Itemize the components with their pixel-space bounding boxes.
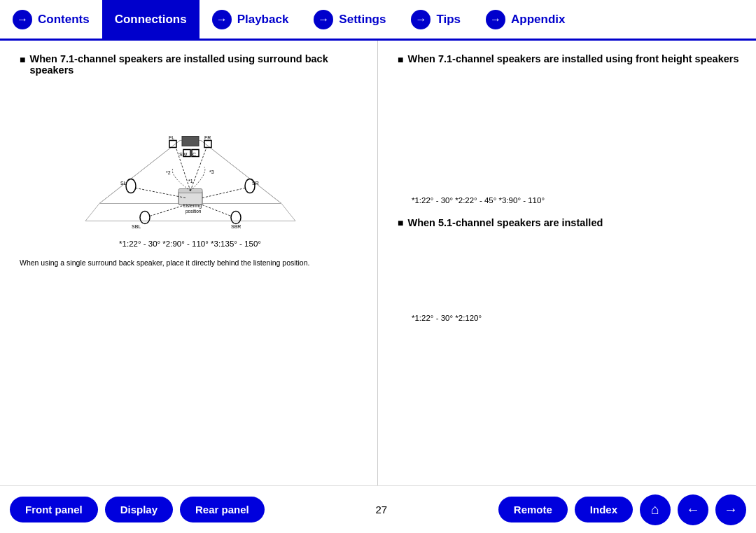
svg-line-32 [202,188,245,198]
svg-text:*1: *1 [188,179,193,184]
svg-text:SL: SL [120,181,127,186]
right-angle-note-1: *1:22° - 30° *2:22° - 45° *3:90° - 110° [398,196,739,205]
display-button[interactable]: Display [105,497,173,522]
svg-point-17 [126,179,136,193]
tips-arrow-icon: → [411,10,430,29]
right-panel: When 7.1-channel speakers are installed … [378,41,756,485]
svg-text:*2: *2 [166,170,171,175]
front-panel-button[interactable]: Front panel [10,497,98,522]
back-button[interactable]: ← [678,494,708,525]
nav-connections[interactable]: Connections [102,0,200,39]
speaker-diagram: SW C FL FR SL SR SBL [78,83,302,237]
left-section-title: When 7.1-channel speakers are installed … [20,53,360,76]
nav-connections-label: Connections [115,13,187,27]
svg-text:Listening: Listening [183,203,202,209]
svg-text:SW: SW [179,152,188,157]
svg-point-23 [231,212,241,224]
contents-arrow-icon: → [13,10,32,29]
forward-button[interactable]: → [715,494,746,525]
svg-text:position: position [186,209,202,214]
settings-arrow-icon: → [314,10,333,29]
index-button[interactable]: Index [575,497,633,522]
nav-tips-label: Tips [436,13,461,27]
nav-playback[interactable]: → Playback [200,0,302,39]
nav-settings[interactable]: → Settings [301,0,398,39]
remote-button[interactable]: Remote [498,497,568,522]
svg-point-21 [140,212,150,224]
svg-line-34 [202,205,231,216]
bottom-nav-right: Remote Index ⌂ ← → [498,494,746,525]
svg-rect-8 [182,137,199,146]
nav-playback-label: Playback [237,13,289,27]
right-section-title-2: When 5.1-channel speakers are installed [398,217,739,228]
right-diagram-placeholder [398,72,739,195]
playback-arrow-icon: → [212,10,232,29]
right-section-title-1: When 7.1-channel speakers are installed … [398,53,739,65]
right-angle-note-2: *1:22° - 30° *2:120° [398,314,739,322]
page-number: 27 [371,504,392,515]
nav-appendix-label: Appendix [511,13,565,27]
nav-settings-label: Settings [339,13,386,27]
appendix-arrow-icon: → [486,10,505,29]
svg-text:*3: *3 [209,169,214,174]
bottom-navigation: Front panel Display Rear panel 27 Remote… [0,485,756,533]
svg-text:SBL: SBL [132,224,141,229]
right-diagram-placeholder-2 [398,228,739,312]
rear-panel-button[interactable]: Rear panel [180,497,265,522]
nav-contents[interactable]: → Contents [0,0,102,39]
svg-text:C: C [192,152,196,157]
nav-contents-label: Contents [38,13,90,27]
svg-line-5 [85,204,99,221]
bottom-nav-left: Front panel Display Rear panel [10,497,265,522]
svg-line-33 [150,205,186,216]
nav-tips[interactable]: → Tips [398,0,473,39]
left-panel: When 7.1-channel speakers are installed … [0,41,378,485]
left-small-note: When using a single surround back speake… [20,258,360,269]
home-button[interactable]: ⌂ [640,494,671,525]
top-navigation: → Contents Connections → Playback → Sett… [0,0,756,41]
svg-text:FL: FL [169,135,174,140]
nav-appendix[interactable]: → Appendix [473,0,578,39]
left-angle-note: *1:22° - 30° *2:90° - 110° *3:135° - 150… [20,240,360,248]
svg-text:FR: FR [204,135,211,140]
svg-text:SR: SR [252,181,259,186]
svg-text:SBR: SBR [231,224,241,229]
svg-line-6 [281,204,295,221]
main-content: When 7.1-channel speakers are installed … [0,41,756,485]
